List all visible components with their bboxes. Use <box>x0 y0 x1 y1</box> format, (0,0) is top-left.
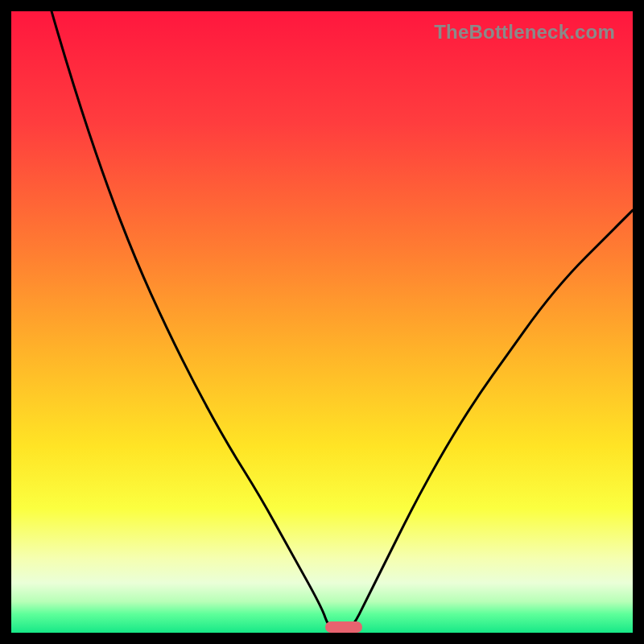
optimum-marker <box>325 621 362 633</box>
plot-area: TheBottleneck.com <box>11 11 633 633</box>
chart-frame: TheBottleneck.com <box>0 0 644 644</box>
bottleneck-curve <box>11 11 633 633</box>
watermark-text: TheBottleneck.com <box>434 21 615 43</box>
